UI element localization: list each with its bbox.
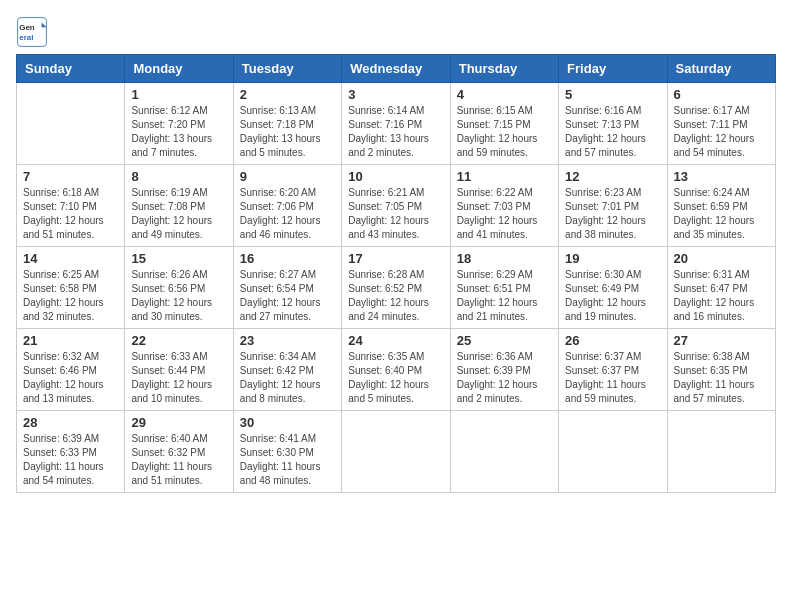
calendar-table: SundayMondayTuesdayWednesdayThursdayFrid… [16, 54, 776, 493]
day-number: 21 [23, 333, 118, 348]
day-of-week-header: Monday [125, 55, 233, 83]
day-info: Sunrise: 6:12 AM Sunset: 7:20 PM Dayligh… [131, 104, 226, 160]
calendar-cell: 20Sunrise: 6:31 AM Sunset: 6:47 PM Dayli… [667, 247, 775, 329]
day-of-week-header: Wednesday [342, 55, 450, 83]
day-info: Sunrise: 6:19 AM Sunset: 7:08 PM Dayligh… [131, 186, 226, 242]
day-info: Sunrise: 6:40 AM Sunset: 6:32 PM Dayligh… [131, 432, 226, 488]
day-of-week-header: Saturday [667, 55, 775, 83]
svg-text:Gen: Gen [19, 23, 35, 32]
day-number: 7 [23, 169, 118, 184]
calendar-cell: 1Sunrise: 6:12 AM Sunset: 7:20 PM Daylig… [125, 83, 233, 165]
calendar-cell: 9Sunrise: 6:20 AM Sunset: 7:06 PM Daylig… [233, 165, 341, 247]
day-info: Sunrise: 6:37 AM Sunset: 6:37 PM Dayligh… [565, 350, 660, 406]
day-number: 4 [457, 87, 552, 102]
day-number: 1 [131, 87, 226, 102]
logo: Gen eral [16, 16, 52, 48]
day-number: 14 [23, 251, 118, 266]
calendar-cell: 17Sunrise: 6:28 AM Sunset: 6:52 PM Dayli… [342, 247, 450, 329]
day-of-week-header: Thursday [450, 55, 558, 83]
calendar-cell: 8Sunrise: 6:19 AM Sunset: 7:08 PM Daylig… [125, 165, 233, 247]
day-number: 11 [457, 169, 552, 184]
day-number: 6 [674, 87, 769, 102]
page-header: Gen eral [16, 16, 776, 48]
day-number: 28 [23, 415, 118, 430]
day-info: Sunrise: 6:30 AM Sunset: 6:49 PM Dayligh… [565, 268, 660, 324]
day-info: Sunrise: 6:28 AM Sunset: 6:52 PM Dayligh… [348, 268, 443, 324]
day-info: Sunrise: 6:21 AM Sunset: 7:05 PM Dayligh… [348, 186, 443, 242]
calendar-cell: 15Sunrise: 6:26 AM Sunset: 6:56 PM Dayli… [125, 247, 233, 329]
day-info: Sunrise: 6:32 AM Sunset: 6:46 PM Dayligh… [23, 350, 118, 406]
day-number: 13 [674, 169, 769, 184]
calendar-week-row: 1Sunrise: 6:12 AM Sunset: 7:20 PM Daylig… [17, 83, 776, 165]
calendar-cell: 13Sunrise: 6:24 AM Sunset: 6:59 PM Dayli… [667, 165, 775, 247]
logo-icon: Gen eral [16, 16, 48, 48]
day-number: 18 [457, 251, 552, 266]
calendar-cell [667, 411, 775, 493]
day-info: Sunrise: 6:20 AM Sunset: 7:06 PM Dayligh… [240, 186, 335, 242]
calendar-week-row: 14Sunrise: 6:25 AM Sunset: 6:58 PM Dayli… [17, 247, 776, 329]
day-number: 30 [240, 415, 335, 430]
calendar-cell: 6Sunrise: 6:17 AM Sunset: 7:11 PM Daylig… [667, 83, 775, 165]
day-info: Sunrise: 6:35 AM Sunset: 6:40 PM Dayligh… [348, 350, 443, 406]
day-number: 23 [240, 333, 335, 348]
day-info: Sunrise: 6:17 AM Sunset: 7:11 PM Dayligh… [674, 104, 769, 160]
calendar-cell [559, 411, 667, 493]
day-number: 9 [240, 169, 335, 184]
calendar-cell: 21Sunrise: 6:32 AM Sunset: 6:46 PM Dayli… [17, 329, 125, 411]
day-number: 2 [240, 87, 335, 102]
day-number: 5 [565, 87, 660, 102]
day-number: 29 [131, 415, 226, 430]
calendar-cell: 25Sunrise: 6:36 AM Sunset: 6:39 PM Dayli… [450, 329, 558, 411]
day-info: Sunrise: 6:31 AM Sunset: 6:47 PM Dayligh… [674, 268, 769, 324]
day-number: 15 [131, 251, 226, 266]
day-number: 27 [674, 333, 769, 348]
calendar-cell: 12Sunrise: 6:23 AM Sunset: 7:01 PM Dayli… [559, 165, 667, 247]
calendar-cell: 28Sunrise: 6:39 AM Sunset: 6:33 PM Dayli… [17, 411, 125, 493]
day-number: 22 [131, 333, 226, 348]
day-info: Sunrise: 6:15 AM Sunset: 7:15 PM Dayligh… [457, 104, 552, 160]
calendar-cell: 14Sunrise: 6:25 AM Sunset: 6:58 PM Dayli… [17, 247, 125, 329]
calendar-cell: 4Sunrise: 6:15 AM Sunset: 7:15 PM Daylig… [450, 83, 558, 165]
calendar-header-row: SundayMondayTuesdayWednesdayThursdayFrid… [17, 55, 776, 83]
day-info: Sunrise: 6:33 AM Sunset: 6:44 PM Dayligh… [131, 350, 226, 406]
calendar-cell: 30Sunrise: 6:41 AM Sunset: 6:30 PM Dayli… [233, 411, 341, 493]
day-info: Sunrise: 6:26 AM Sunset: 6:56 PM Dayligh… [131, 268, 226, 324]
day-info: Sunrise: 6:41 AM Sunset: 6:30 PM Dayligh… [240, 432, 335, 488]
calendar-cell [17, 83, 125, 165]
calendar-week-row: 21Sunrise: 6:32 AM Sunset: 6:46 PM Dayli… [17, 329, 776, 411]
calendar-cell: 18Sunrise: 6:29 AM Sunset: 6:51 PM Dayli… [450, 247, 558, 329]
calendar-cell: 7Sunrise: 6:18 AM Sunset: 7:10 PM Daylig… [17, 165, 125, 247]
day-info: Sunrise: 6:23 AM Sunset: 7:01 PM Dayligh… [565, 186, 660, 242]
calendar-cell: 2Sunrise: 6:13 AM Sunset: 7:18 PM Daylig… [233, 83, 341, 165]
day-info: Sunrise: 6:18 AM Sunset: 7:10 PM Dayligh… [23, 186, 118, 242]
day-number: 25 [457, 333, 552, 348]
calendar-cell: 22Sunrise: 6:33 AM Sunset: 6:44 PM Dayli… [125, 329, 233, 411]
svg-text:eral: eral [19, 33, 33, 42]
calendar-week-row: 28Sunrise: 6:39 AM Sunset: 6:33 PM Dayli… [17, 411, 776, 493]
day-info: Sunrise: 6:38 AM Sunset: 6:35 PM Dayligh… [674, 350, 769, 406]
day-info: Sunrise: 6:16 AM Sunset: 7:13 PM Dayligh… [565, 104, 660, 160]
day-info: Sunrise: 6:39 AM Sunset: 6:33 PM Dayligh… [23, 432, 118, 488]
day-info: Sunrise: 6:24 AM Sunset: 6:59 PM Dayligh… [674, 186, 769, 242]
calendar-cell [342, 411, 450, 493]
calendar-cell: 29Sunrise: 6:40 AM Sunset: 6:32 PM Dayli… [125, 411, 233, 493]
calendar-cell: 3Sunrise: 6:14 AM Sunset: 7:16 PM Daylig… [342, 83, 450, 165]
day-of-week-header: Tuesday [233, 55, 341, 83]
calendar-cell: 10Sunrise: 6:21 AM Sunset: 7:05 PM Dayli… [342, 165, 450, 247]
calendar-cell: 26Sunrise: 6:37 AM Sunset: 6:37 PM Dayli… [559, 329, 667, 411]
calendar-cell: 5Sunrise: 6:16 AM Sunset: 7:13 PM Daylig… [559, 83, 667, 165]
day-number: 17 [348, 251, 443, 266]
day-number: 3 [348, 87, 443, 102]
calendar-cell: 11Sunrise: 6:22 AM Sunset: 7:03 PM Dayli… [450, 165, 558, 247]
day-info: Sunrise: 6:29 AM Sunset: 6:51 PM Dayligh… [457, 268, 552, 324]
day-number: 12 [565, 169, 660, 184]
calendar-cell: 19Sunrise: 6:30 AM Sunset: 6:49 PM Dayli… [559, 247, 667, 329]
day-info: Sunrise: 6:13 AM Sunset: 7:18 PM Dayligh… [240, 104, 335, 160]
day-number: 16 [240, 251, 335, 266]
day-of-week-header: Sunday [17, 55, 125, 83]
day-number: 26 [565, 333, 660, 348]
day-number: 24 [348, 333, 443, 348]
day-info: Sunrise: 6:34 AM Sunset: 6:42 PM Dayligh… [240, 350, 335, 406]
day-number: 19 [565, 251, 660, 266]
day-number: 10 [348, 169, 443, 184]
